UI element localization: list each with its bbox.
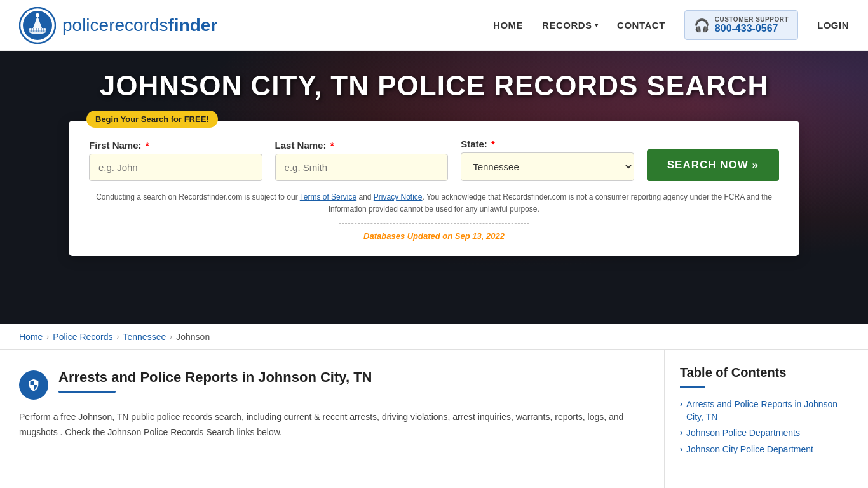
required-asterisk: *	[330, 140, 334, 151]
toc-arrow: ›	[680, 400, 682, 409]
toc-arrow: ›	[680, 428, 682, 437]
breadcrumb-city: Johnson	[176, 332, 210, 342]
svg-rect-10	[38, 28, 39, 32]
toc-link[interactable]: Johnson City Police Department	[686, 444, 813, 456]
title-underline	[58, 391, 116, 393]
customer-support[interactable]: 🎧 CUSTOMER SUPPORT 800-433-0567	[684, 10, 798, 40]
support-phone: 800-433-0567	[715, 23, 789, 34]
section-header: Arrests and Police Reports in Johnson Ci…	[19, 369, 645, 400]
nav-contact[interactable]: CONTACT	[617, 20, 665, 30]
required-asterisk: *	[146, 140, 149, 151]
first-name-field-group: First Name: *	[89, 140, 262, 181]
headset-icon: 🎧	[694, 18, 710, 33]
logo-finder: finder	[168, 15, 218, 35]
state-label: State: *	[461, 139, 634, 149]
state-field-group: State: * AlabamaAlaskaArizonaArkansasCal…	[461, 139, 634, 181]
required-asterisk: *	[491, 139, 495, 149]
section-title: Arrests and Police Reports in Johnson Ci…	[58, 369, 372, 386]
search-row: First Name: * Last Name: * State: * Alab…	[89, 139, 779, 181]
breadcrumb-police-records[interactable]: Police Records	[53, 332, 112, 342]
svg-rect-8	[33, 28, 34, 32]
toc-title: Table of Contents	[680, 365, 853, 380]
breadcrumb: Home › Police Records › Tennessee › John…	[0, 324, 868, 350]
svg-rect-9	[36, 28, 37, 32]
first-name-input[interactable]	[89, 154, 262, 181]
breadcrumb-sep-2: ›	[117, 332, 119, 341]
breadcrumb-state[interactable]: Tennessee	[123, 332, 166, 342]
toc-item: ›Arrests and Police Reports in Johnson C…	[680, 398, 853, 423]
last-name-field-group: Last Name: *	[275, 140, 449, 181]
main-content: Arrests and Police Reports in Johnson Ci…	[0, 350, 665, 488]
main-nav: HOME RECORDS ▾ CONTACT 🎧 CUSTOMER SUPPOR…	[493, 10, 849, 40]
svg-rect-5	[36, 13, 39, 17]
toc-list: ›Arrests and Police Reports in Johnson C…	[680, 398, 853, 456]
badge-icon	[27, 378, 41, 392]
db-updated: Databases Updated on Sep 13, 2022	[89, 231, 779, 241]
last-name-input[interactable]	[275, 154, 449, 181]
chevron-down-icon: ▾	[595, 22, 599, 29]
nav-home[interactable]: HOME	[493, 20, 523, 30]
toc-divider	[680, 386, 705, 388]
disclaimer-text: Conducting a search on Recordsfinder.com…	[89, 191, 779, 215]
toc-arrow: ›	[680, 445, 682, 454]
last-name-label: Last Name: *	[275, 140, 449, 151]
toc-item: ›Johnson Police Departments	[680, 427, 853, 440]
login-button[interactable]: LOGIN	[817, 20, 849, 30]
support-label: CUSTOMER SUPPORT	[715, 16, 789, 23]
search-container: Begin Your Search for FREE! First Name: …	[69, 121, 799, 256]
privacy-link[interactable]: Privacy Notice	[374, 193, 423, 201]
toc-link[interactable]: Arrests and Police Reports in Johnson Ci…	[686, 398, 853, 423]
section-title-block: Arrests and Police Reports in Johnson Ci…	[58, 369, 372, 393]
tos-link[interactable]: Terms of Service	[300, 193, 356, 201]
svg-rect-12	[43, 28, 44, 32]
badge-icon-wrapper	[19, 370, 48, 400]
divider	[339, 223, 529, 224]
sidebar: Table of Contents ›Arrests and Police Re…	[665, 350, 868, 488]
header: policerecordsfinder HOME RECORDS ▾ CONTA…	[0, 0, 868, 51]
toc-item: ›Johnson City Police Department	[680, 444, 853, 456]
hero-title: JOHNSON CITY, TN POLICE RECORDS SEARCH	[100, 70, 769, 102]
free-badge: Begin Your Search for FREE!	[86, 111, 218, 128]
nav-records[interactable]: RECORDS ▾	[542, 20, 598, 30]
first-name-label: First Name: *	[89, 140, 262, 151]
section-body: Perform a free Johnson, TN public police…	[19, 410, 645, 440]
logo-text: policerecordsfinder	[62, 15, 217, 36]
state-select[interactable]: AlabamaAlaskaArizonaArkansasCaliforniaCo…	[461, 152, 634, 181]
svg-rect-11	[41, 28, 42, 32]
svg-rect-7	[31, 28, 32, 32]
breadcrumb-home[interactable]: Home	[19, 332, 43, 342]
search-button[interactable]: SEARCH NOW »	[647, 149, 779, 181]
logo-icon	[19, 7, 56, 44]
breadcrumb-sep-3: ›	[170, 332, 172, 341]
hero-section: JOHNSON CITY, TN POLICE RECORDS SEARCH B…	[0, 51, 868, 324]
toc-link[interactable]: Johnson Police Departments	[686, 427, 800, 440]
breadcrumb-sep-1: ›	[46, 332, 49, 341]
logo[interactable]: policerecordsfinder	[19, 7, 217, 44]
content-area: Arrests and Police Reports in Johnson Ci…	[0, 350, 868, 488]
